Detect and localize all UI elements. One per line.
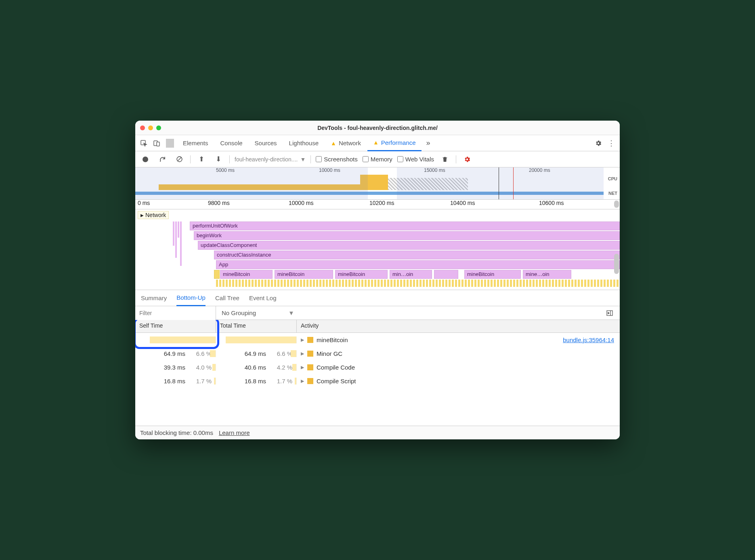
self-time-cell: 64.9 ms6.6 % — [135, 350, 216, 357]
tab-performance[interactable]: ▲Performance — [367, 135, 422, 151]
flame-bar[interactable]: mineBitcoin — [220, 270, 273, 279]
tab-elements[interactable]: Elements — [177, 135, 214, 151]
flame-micro-bars — [173, 221, 182, 266]
total-time-cell: 860.7 ms88.1 % — [216, 336, 297, 343]
subtab-bottomup[interactable]: Bottom-Up — [176, 290, 206, 306]
expand-icon[interactable]: ▶ — [301, 351, 304, 356]
activity-name: Minor GC — [317, 350, 342, 357]
network-track-header[interactable]: ▶Network — [138, 211, 169, 219]
table-row[interactable]: 798.9 ms81.7 %860.7 ms88.1 %▶mineBitcoin… — [135, 333, 620, 347]
more-tabs-icon[interactable]: » — [422, 137, 434, 149]
settings-gear-icon[interactable] — [592, 137, 604, 149]
filter-bar: No Grouping▼ — [135, 306, 620, 320]
capture-settings-gear-icon[interactable] — [461, 153, 473, 165]
flame-bar[interactable]: mineBitcoin — [275, 270, 333, 279]
flame-bar[interactable]: mineBitcoin — [464, 270, 521, 279]
overview-mask-right — [397, 167, 604, 199]
activity-name: Compile Code — [317, 364, 355, 371]
col-self-time[interactable]: Self Time — [135, 320, 216, 332]
category-swatch-icon — [307, 337, 313, 343]
trash-icon[interactable] — [439, 153, 451, 165]
flame-bar[interactable]: min…oin — [390, 270, 432, 279]
sidebar-toggle-icon[interactable] — [604, 307, 616, 319]
category-swatch-icon — [307, 364, 313, 370]
cpu-label: CPU — [608, 176, 617, 181]
subtab-calltree[interactable]: Call Tree — [215, 290, 239, 306]
flame-bar[interactable]: performUnitOfWork — [190, 221, 620, 230]
source-link[interactable]: bundle.js:35964:14 — [563, 336, 614, 343]
table-row[interactable]: 39.3 ms4.0 %40.6 ms4.2 %▶Compile Code — [135, 360, 620, 374]
status-footer: Total blocking time: 0.00ms Learn more — [135, 426, 620, 439]
flame-bar-yellow[interactable] — [214, 270, 220, 279]
grouping-dropdown[interactable]: No Grouping▼ — [216, 309, 300, 316]
activity-name: mineBitcoin — [317, 336, 348, 343]
filter-input[interactable] — [135, 306, 216, 320]
warning-icon: ▲ — [331, 140, 336, 146]
flame-bar[interactable]: constructClassInstance — [214, 251, 620, 259]
table-row[interactable]: 16.8 ms1.7 %16.8 ms1.7 %▶Compile Script — [135, 374, 620, 388]
kebab-menu-icon[interactable]: ⋮ — [605, 137, 617, 149]
recording-dropdown[interactable]: foul-heavenly-direction....▼ — [235, 156, 306, 163]
flame-bar[interactable]: mine…oin — [523, 270, 571, 279]
scrollbar-thumb[interactable] — [614, 254, 619, 274]
webvitals-checkbox[interactable]: Web Vitals — [397, 156, 434, 163]
flame-ruler[interactable]: 0 ms 9800 ms 10000 ms 10200 ms 10400 ms … — [135, 200, 620, 209]
flame-bar[interactable]: App — [216, 260, 620, 269]
flame-chart[interactable]: ▶Network performUnitOfWork beginWork upd… — [135, 209, 620, 290]
details-tabs: Summary Bottom-Up Call Tree Event Log — [135, 290, 620, 306]
self-time-cell: 798.9 ms81.7 % — [135, 336, 216, 343]
upload-icon[interactable]: ⬆ — [195, 153, 208, 165]
separator — [229, 155, 230, 163]
separator — [456, 155, 456, 163]
col-activity[interactable]: Activity — [297, 320, 620, 332]
memory-checkbox[interactable]: Memory — [363, 156, 392, 163]
expand-icon[interactable]: ▶ — [301, 337, 304, 343]
svg-rect-2 — [157, 142, 159, 146]
record-icon[interactable] — [139, 153, 151, 165]
timeline-overview[interactable]: 5000 ms 10000 ms 15000 ms 20000 ms CPU N… — [135, 167, 620, 200]
activity-cell: ▶Compile Code — [297, 364, 620, 371]
separator — [310, 155, 311, 163]
expand-icon[interactable]: ▶ — [301, 378, 304, 384]
device-toggle-icon[interactable] — [151, 137, 163, 149]
separator — [190, 155, 191, 163]
download-icon[interactable]: ⬇ — [212, 153, 224, 165]
clear-icon[interactable] — [173, 153, 185, 165]
net-label: NET — [608, 191, 617, 196]
table-header: Self Time Total Time Activity — [135, 320, 620, 333]
activity-cell: ▶Minor GC — [297, 350, 620, 357]
learn-more-link[interactable]: Learn more — [219, 429, 250, 436]
subtab-eventlog[interactable]: Event Log — [249, 290, 277, 306]
tab-network[interactable]: ▲Network — [325, 135, 367, 151]
col-total-time[interactable]: Total Time — [216, 320, 297, 332]
marker-line — [499, 167, 499, 199]
self-time-cell: 39.3 ms4.0 % — [135, 364, 216, 371]
warning-icon: ▲ — [373, 139, 379, 146]
category-swatch-icon — [307, 351, 313, 357]
flame-ticks — [216, 280, 620, 287]
flame-bar[interactable] — [434, 270, 458, 279]
inspect-icon[interactable] — [138, 137, 150, 149]
activity-cell: ▶Compile Script — [297, 378, 620, 384]
titlebar: DevTools - foul-heavenly-direction.glitc… — [135, 121, 620, 135]
tab-sources[interactable]: Sources — [249, 135, 283, 151]
table-rows: 798.9 ms81.7 %860.7 ms88.1 %▶mineBitcoin… — [135, 333, 620, 426]
table-row[interactable]: 64.9 ms6.6 %64.9 ms6.6 %▶Minor GC — [135, 347, 620, 360]
expand-icon[interactable]: ▶ — [301, 365, 304, 370]
tab-console[interactable]: Console — [215, 135, 248, 151]
overview-mask-left — [135, 167, 368, 199]
perf-toolbar: ⬆ ⬇ foul-heavenly-direction....▼ Screens… — [135, 151, 620, 167]
screenshots-checkbox[interactable]: Screenshots — [316, 156, 357, 163]
scrollbar-thumb[interactable] — [614, 201, 619, 208]
flame-bar[interactable]: mineBitcoin — [335, 270, 388, 279]
tab-lighthouse[interactable]: Lighthouse — [283, 135, 324, 151]
self-time-cell: 16.8 ms1.7 % — [135, 378, 216, 384]
subtab-summary[interactable]: Summary — [141, 290, 167, 306]
flame-bar[interactable]: updateClassComponent — [198, 241, 620, 250]
bottomup-table: Self Time Total Time Activity 798.9 ms81… — [135, 320, 620, 426]
separator — [166, 139, 174, 148]
activity-cell: ▶mineBitcoinbundle.js:35964:14 — [297, 336, 620, 343]
devtools-window: DevTools - foul-heavenly-direction.glitc… — [135, 121, 620, 439]
flame-bar[interactable]: beginWork — [194, 231, 620, 240]
reload-icon[interactable] — [156, 153, 168, 165]
